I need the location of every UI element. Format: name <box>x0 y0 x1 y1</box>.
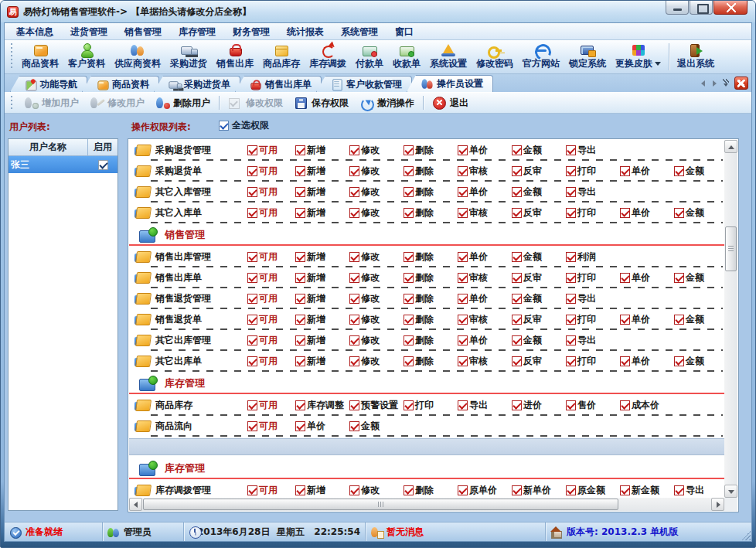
permission-checkbox[interactable] <box>674 208 684 218</box>
permission-checkbox[interactable] <box>404 485 414 495</box>
toolbar-button-供应商资料[interactable]: 供应商资料 <box>110 40 165 73</box>
permission-checkbox[interactable] <box>349 166 359 176</box>
toolbar-button-客户资料[interactable]: 客户资料 <box>63 40 110 73</box>
permission-checkbox[interactable] <box>349 208 359 218</box>
tab-overflow-icon[interactable] <box>721 77 732 89</box>
toolbar-button-付款单[interactable]: 付款单 <box>351 40 388 73</box>
permission-checkbox[interactable] <box>620 356 630 366</box>
select-all-permissions[interactable]: 全选权限 <box>219 119 269 132</box>
permission-checkbox[interactable] <box>404 187 414 197</box>
select-all-checkbox[interactable] <box>219 121 229 131</box>
user-enabled-column-header[interactable]: 启用 <box>88 139 117 155</box>
permission-checkbox[interactable] <box>247 356 257 366</box>
permission-checkbox[interactable] <box>295 421 305 431</box>
permission-checkbox[interactable] <box>349 421 359 431</box>
scroll-up-icon[interactable] <box>724 140 737 153</box>
toolbar-button-销售出库[interactable]: 销售出库 <box>212 40 258 73</box>
action-button-保存权限[interactable]: 保存权限 <box>288 95 354 111</box>
horizontal-scroll-thumb[interactable] <box>143 499 618 510</box>
menu-item-销售管理[interactable]: 销售管理 <box>116 23 170 40</box>
permission-checkbox[interactable] <box>566 294 576 304</box>
tab-销售出库单[interactable]: 销售出库单 <box>235 76 322 92</box>
toolbar-button-退出系统[interactable]: 退出系统 <box>673 40 719 73</box>
permission-checkbox[interactable] <box>458 187 468 197</box>
horizontal-scrollbar[interactable] <box>129 498 724 511</box>
permission-checkbox[interactable] <box>349 335 359 345</box>
permission-checkbox[interactable] <box>458 166 468 176</box>
permission-checkbox[interactable] <box>512 356 522 366</box>
action-button-删除用户[interactable]: 删除用户 <box>150 95 216 111</box>
permission-checkbox[interactable] <box>512 252 522 262</box>
resize-grip[interactable] <box>741 531 751 540</box>
permission-checkbox[interactable] <box>512 315 522 325</box>
menu-item-财务管理[interactable]: 财务管理 <box>224 23 278 40</box>
permission-checkbox[interactable] <box>247 145 257 155</box>
permission-checkbox[interactable] <box>404 400 414 410</box>
scroll-down-icon[interactable] <box>724 485 737 498</box>
permission-checkbox[interactable] <box>295 485 305 495</box>
permission-checkbox[interactable] <box>295 294 305 304</box>
action-button-撤消操作[interactable]: 撤消操作 <box>354 95 420 111</box>
vertical-scrollbar[interactable] <box>724 140 737 498</box>
toolbar-button-更换皮肤[interactable]: 更换皮肤 <box>611 40 666 73</box>
permission-checkbox[interactable] <box>349 485 359 495</box>
tab-采购进货单[interactable]: 采购进货单 <box>154 76 240 92</box>
permission-checkbox[interactable] <box>247 166 257 176</box>
scroll-right-icon[interactable] <box>711 498 724 511</box>
tab-操作员设置[interactable]: 操作员设置 <box>407 75 493 92</box>
permission-checkbox[interactable] <box>674 315 684 325</box>
permission-checkbox[interactable] <box>566 145 576 155</box>
permission-checkbox[interactable] <box>247 294 257 304</box>
tab-商品资料[interactable]: 商品资料 <box>82 76 159 92</box>
user-enabled-checkbox[interactable] <box>98 160 108 170</box>
toolbar-button-商品资料[interactable]: 商品资料 <box>17 40 63 73</box>
permission-checkbox[interactable] <box>404 252 414 262</box>
permission-checkbox[interactable] <box>295 400 305 410</box>
minimize-button[interactable] <box>666 1 689 15</box>
permission-checkbox[interactable] <box>512 485 522 495</box>
toolbar-button-商品库存[interactable]: 商品库存 <box>258 40 305 73</box>
permission-checkbox[interactable] <box>566 335 576 345</box>
permission-checkbox[interactable] <box>458 208 468 218</box>
permission-checkbox[interactable] <box>404 294 414 304</box>
menu-item-基本信息[interactable]: 基本信息 <box>8 23 62 40</box>
permission-checkbox[interactable] <box>458 252 468 262</box>
permission-checkbox[interactable] <box>404 166 414 176</box>
permission-checkbox[interactable] <box>620 273 630 283</box>
permission-checkbox[interactable] <box>566 485 576 495</box>
permission-checkbox[interactable] <box>566 273 576 283</box>
permission-checkbox[interactable] <box>295 315 305 325</box>
permission-checkbox[interactable] <box>566 315 576 325</box>
menu-item-库存管理[interactable]: 库存管理 <box>170 23 224 40</box>
toolbar-button-采购进货[interactable]: 采购进货 <box>165 40 212 73</box>
permission-checkbox[interactable] <box>404 356 414 366</box>
permission-checkbox[interactable] <box>566 166 576 176</box>
permission-checkbox[interactable] <box>674 273 684 283</box>
permission-checkbox[interactable] <box>295 187 305 197</box>
permission-checkbox[interactable] <box>295 145 305 155</box>
tab-scroll-right-icon[interactable] <box>708 77 719 89</box>
vertical-scroll-thumb[interactable] <box>725 226 737 271</box>
toolbar-button-锁定系统[interactable]: 锁定系统 <box>564 40 611 73</box>
permission-checkbox[interactable] <box>566 252 576 262</box>
permission-checkbox[interactable] <box>674 485 684 495</box>
permission-checkbox[interactable] <box>512 187 522 197</box>
action-button-退出[interactable]: 退出 <box>427 95 474 111</box>
menu-item-窗口[interactable]: 窗口 <box>387 23 422 40</box>
permission-checkbox[interactable] <box>674 166 684 176</box>
permission-checkbox[interactable] <box>620 208 630 218</box>
permission-checkbox[interactable] <box>295 356 305 366</box>
permission-checkbox[interactable] <box>458 273 468 283</box>
permission-checkbox[interactable] <box>247 335 257 345</box>
permission-checkbox[interactable] <box>512 208 522 218</box>
permission-checkbox[interactable] <box>512 166 522 176</box>
tab-close-icon[interactable] <box>734 77 748 90</box>
permission-checkbox[interactable] <box>247 315 257 325</box>
permission-checkbox[interactable] <box>247 187 257 197</box>
permission-checkbox[interactable] <box>247 421 257 431</box>
tab-客户收款管理[interactable]: 客户收款管理 <box>316 76 412 92</box>
menu-item-系统管理[interactable]: 系统管理 <box>332 23 387 40</box>
user-row[interactable]: 张三 <box>9 156 117 173</box>
permission-checkbox[interactable] <box>566 356 576 366</box>
permission-checkbox[interactable] <box>512 400 522 410</box>
